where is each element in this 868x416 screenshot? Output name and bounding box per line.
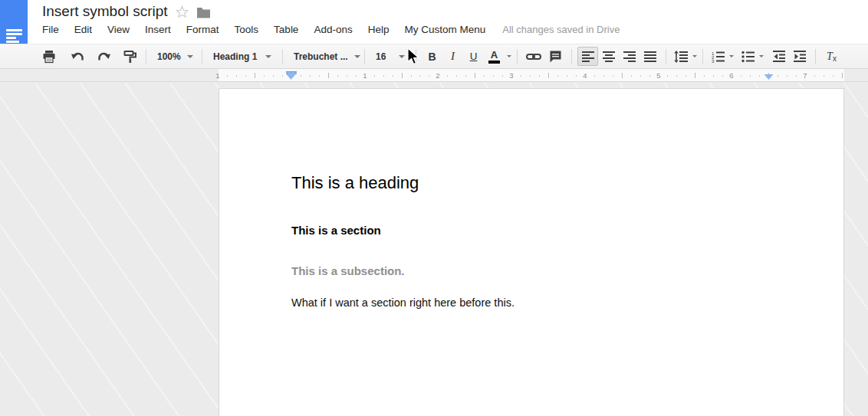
undo-icon (71, 51, 85, 63)
ruler-tick (282, 75, 283, 77)
doc-body-text[interactable]: What if I want a section right here befo… (291, 296, 515, 309)
bold-button[interactable]: B (422, 47, 442, 66)
star-icon[interactable] (176, 5, 189, 18)
ruler-number: 6 (729, 71, 733, 80)
ruler-tick (456, 75, 457, 77)
clear-formatting-x: x (833, 54, 837, 63)
ruler-tick (787, 75, 787, 77)
ruler-tick (273, 75, 274, 77)
line-spacing-button[interactable] (672, 47, 690, 66)
menu-edit[interactable]: Edit (74, 24, 92, 35)
numbered-list-chevron-icon[interactable] (729, 55, 734, 57)
ruler-tick (521, 75, 521, 77)
toolbar-separator (666, 49, 666, 64)
line-spacing-chevron-icon[interactable] (692, 55, 697, 57)
left-indent-marker[interactable] (287, 71, 297, 80)
ruler-tick (704, 75, 705, 77)
ruler-tick (328, 73, 329, 78)
align-left-button[interactable] (577, 47, 598, 66)
print-icon (42, 50, 56, 64)
numbered-list-button[interactable]: 1 2 3 (709, 47, 727, 66)
ruler-tick (750, 75, 751, 77)
align-right-button[interactable] (619, 47, 639, 66)
ruler: 11234567 (0, 69, 868, 82)
document-page[interactable]: This is a heading This is a section This… (219, 88, 844, 416)
menu-format[interactable]: Format (186, 24, 219, 35)
ruler-tick (245, 75, 246, 77)
increase-indent-icon (794, 51, 806, 62)
menu-tools[interactable]: Tools (235, 24, 259, 35)
font-family-select[interactable]: Trebuchet ... (288, 47, 359, 66)
ruler-tick (603, 75, 604, 77)
text-color-button[interactable]: A (484, 47, 505, 66)
ruler-tick (594, 75, 595, 77)
menu-file[interactable]: File (42, 24, 59, 35)
document-canvas: This is a heading This is a section This… (0, 83, 868, 416)
ruler-tick (419, 75, 420, 77)
ruler-tick (640, 75, 641, 77)
clear-formatting-button[interactable]: T x (821, 47, 842, 66)
underline-button[interactable]: U (463, 47, 484, 66)
decrease-indent-button[interactable] (768, 47, 789, 66)
ruler-tick (778, 75, 778, 77)
align-center-button[interactable] (598, 47, 619, 66)
print-button[interactable] (38, 47, 59, 66)
menu-insert[interactable]: Insert (145, 24, 171, 35)
ruler-number: 2 (436, 71, 439, 80)
bold-label: B (428, 51, 436, 63)
insert-comment-button[interactable] (545, 47, 566, 66)
toolbar-separator (282, 49, 283, 64)
docs-icon-line (6, 33, 22, 35)
toolbar-separator (815, 49, 816, 64)
ruler-tick (667, 75, 668, 77)
zoom-value: 100% (157, 51, 181, 62)
chevron-down-icon (187, 55, 193, 58)
menu-view[interactable]: View (107, 24, 130, 35)
menu-addons[interactable]: Add-ons (314, 24, 352, 35)
toolbar-separator (702, 49, 703, 64)
ruler-number: 4 (583, 71, 587, 80)
redo-button[interactable] (94, 47, 114, 66)
ruler-tick (319, 75, 320, 77)
undo-button[interactable] (67, 47, 88, 66)
align-justify-button[interactable] (639, 47, 660, 66)
ruler-tick (567, 75, 567, 77)
ruler-tick (814, 75, 815, 77)
ruler-number: 3 (509, 71, 513, 80)
document-title[interactable]: Insert symbol script (42, 3, 168, 20)
toolbar-separator (416, 49, 416, 64)
docs-app-icon[interactable] (0, 0, 28, 44)
ruler-tick (402, 73, 403, 78)
underline-label: U (470, 51, 478, 62)
doc-section-text[interactable]: This is a section (291, 224, 381, 237)
bulleted-list-chevron-icon[interactable] (759, 55, 764, 57)
doc-subsection-text[interactable]: This is a subsection. (291, 264, 405, 277)
ruler-number: 1 (363, 71, 367, 80)
menu-help[interactable]: Help (368, 24, 390, 35)
docs-icon-line (6, 29, 22, 31)
docs-icon-line (6, 41, 19, 43)
ruler-tick (301, 75, 301, 77)
ruler-number: 1 (215, 71, 219, 80)
bulleted-list-button[interactable] (738, 47, 757, 66)
ruler-tick (631, 75, 632, 77)
ruler-tick (722, 75, 723, 77)
ruler-tick (548, 73, 549, 78)
text-color-label: A (491, 50, 498, 60)
paragraph-style-select[interactable]: Heading 1 (208, 47, 277, 66)
menu-table[interactable]: Table (274, 24, 298, 35)
right-indent-marker[interactable] (764, 74, 774, 80)
italic-button[interactable]: I (442, 47, 463, 66)
insert-link-button[interactable] (523, 47, 544, 66)
doc-heading-text[interactable]: This is a heading (291, 173, 419, 193)
menu-my-custom-menu[interactable]: My Custom Menu (404, 24, 485, 35)
font-size-select[interactable]: 16 (370, 47, 410, 66)
zoom-select[interactable]: 100% (152, 47, 196, 66)
increase-indent-button[interactable] (789, 47, 810, 66)
menu-bar: File Edit View Insert Format Tools Table… (42, 24, 620, 35)
ruler-tick (613, 75, 613, 77)
folder-icon[interactable] (196, 7, 211, 18)
text-color-chevron-icon[interactable] (507, 55, 511, 57)
ruler-tick (337, 75, 338, 77)
paint-format-button[interactable] (120, 47, 140, 66)
